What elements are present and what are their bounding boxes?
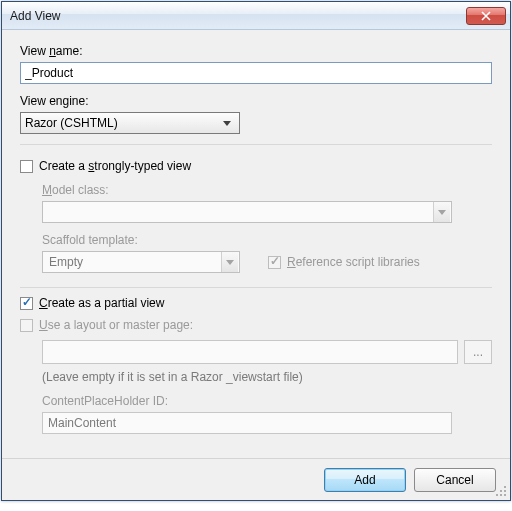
cph-input bbox=[42, 412, 452, 434]
svg-point-0 bbox=[504, 486, 506, 488]
cph-label: ContentPlaceHolder ID: bbox=[42, 394, 492, 408]
scaffold-value: Empty bbox=[47, 255, 83, 269]
partial-view-label: Create as a partial view bbox=[39, 296, 164, 310]
resize-grip-icon[interactable] bbox=[495, 485, 507, 497]
browse-button: ... bbox=[464, 340, 492, 364]
svg-point-4 bbox=[500, 494, 502, 496]
view-name-label: View name: bbox=[20, 44, 492, 58]
close-icon bbox=[480, 11, 492, 21]
layout-label: Use a layout or master page: bbox=[39, 318, 193, 332]
add-view-dialog: Add View View name: View engine: Razor (… bbox=[1, 1, 511, 501]
chevron-down-icon bbox=[221, 252, 238, 272]
view-engine-value: Razor (CSHTML) bbox=[25, 116, 219, 130]
model-class-label: Model class: bbox=[42, 183, 492, 197]
chevron-down-icon bbox=[219, 121, 235, 126]
svg-point-5 bbox=[504, 494, 506, 496]
ellipsis-icon: ... bbox=[473, 345, 483, 359]
layout-hint: (Leave empty if it is set in a Razor _vi… bbox=[42, 370, 492, 384]
svg-point-3 bbox=[496, 494, 498, 496]
layout-path-input bbox=[42, 340, 458, 364]
add-button[interactable]: Add bbox=[324, 468, 406, 492]
partial-view-row: ✓ Create as a partial view bbox=[20, 296, 492, 310]
dialog-title: Add View bbox=[10, 9, 466, 23]
svg-point-2 bbox=[504, 490, 506, 492]
ref-scripts-row: ✓ Reference script libraries bbox=[268, 255, 420, 269]
model-class-combo bbox=[42, 201, 452, 223]
strongly-typed-label: Create a strongly-typed view bbox=[39, 159, 191, 173]
strongly-typed-row: Create a strongly-typed view bbox=[20, 159, 492, 173]
view-engine-select[interactable]: Razor (CSHTML) bbox=[20, 112, 240, 134]
dialog-body: View name: View engine: Razor (CSHTML) C… bbox=[2, 30, 510, 458]
dialog-footer: Add Cancel bbox=[2, 458, 510, 500]
cancel-button[interactable]: Cancel bbox=[414, 468, 496, 492]
strongly-typed-checkbox[interactable] bbox=[20, 160, 33, 173]
scaffold-combo: Empty bbox=[42, 251, 240, 273]
partial-view-checkbox[interactable]: ✓ bbox=[20, 297, 33, 310]
close-button[interactable] bbox=[466, 7, 506, 25]
ref-scripts-label: Reference script libraries bbox=[287, 255, 420, 269]
scaffold-label: Scaffold template: bbox=[42, 233, 492, 247]
layout-row: Use a layout or master page: bbox=[20, 318, 492, 332]
svg-point-1 bbox=[500, 490, 502, 492]
ref-scripts-checkbox: ✓ bbox=[268, 256, 281, 269]
titlebar: Add View bbox=[2, 2, 510, 30]
layout-checkbox bbox=[20, 319, 33, 332]
view-name-input[interactable] bbox=[20, 62, 492, 84]
view-engine-label: View engine: bbox=[20, 94, 492, 108]
chevron-down-icon bbox=[433, 202, 450, 222]
